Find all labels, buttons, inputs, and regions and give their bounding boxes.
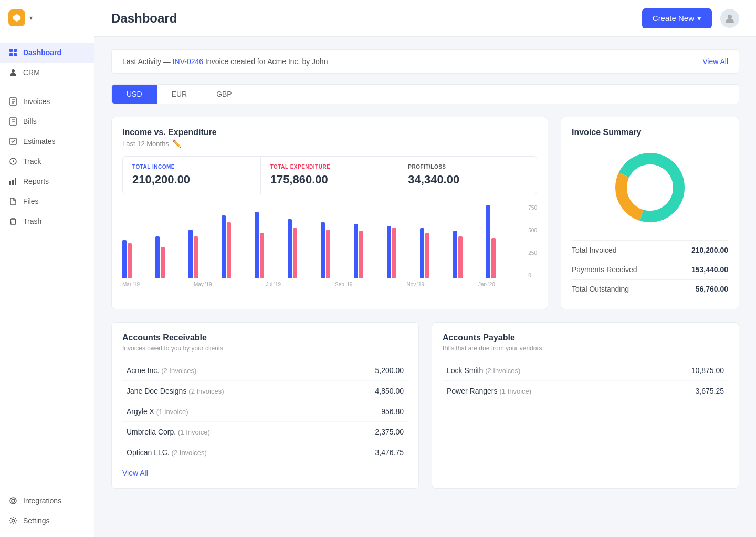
sidebar: ▾ Dashboard CRM Invoices Bills — [0, 0, 94, 537]
sidebar-item-reports[interactable]: Reports — [0, 171, 94, 191]
client-name: Acme Inc. — [127, 366, 159, 375]
total-invoiced-label: Total Invoiced — [572, 246, 617, 254]
sidebar-item-label: Invoices — [23, 97, 50, 106]
y-label-250: 250 — [528, 250, 537, 256]
bar-income — [486, 205, 490, 278]
bar-group — [420, 228, 450, 278]
bar-chart-wrapper: 750 500 250 0 Mar '19May '19Jul '19Sep '… — [122, 205, 537, 287]
income-expenditure-card: Income vs. Expenditure Last 12 Months ✏️… — [111, 117, 548, 309]
y-label-0: 0 — [528, 273, 537, 278]
sidebar-logo[interactable]: ▾ — [0, 0, 94, 36]
total-expenditure-metric: TOTAL EXPENDITURE 175,860.00 — [261, 157, 399, 194]
activity-view-all[interactable]: View All — [702, 57, 728, 66]
bar-expenditure — [260, 233, 264, 278]
profit-loss-label: PROFIT/LOSS — [408, 164, 527, 170]
svg-point-20 — [12, 520, 15, 522]
user-avatar[interactable] — [720, 9, 739, 28]
tab-usd[interactable]: USD — [112, 85, 157, 104]
svg-marker-0 — [13, 14, 20, 22]
currency-tabs: USD EUR GBP — [111, 84, 739, 104]
bar-income — [288, 219, 292, 278]
sidebar-item-track[interactable]: Track — [0, 151, 94, 171]
svg-rect-4 — [14, 53, 17, 56]
activity-text: Last Activity — INV-0246 Invoice created… — [122, 57, 328, 66]
bar-chart — [122, 205, 516, 278]
crm-icon — [8, 68, 18, 77]
svg-point-21 — [728, 15, 732, 19]
sidebar-item-label: Dashboard — [23, 48, 61, 57]
chart-x-label: Mar '19 — [122, 282, 140, 287]
edit-icon[interactable]: ✏️ — [172, 139, 181, 148]
sidebar-item-dashboard[interactable]: Dashboard — [0, 43, 94, 63]
bar-expenditure — [326, 230, 330, 278]
logo-chevron-icon: ▾ — [29, 14, 33, 22]
bar-group — [188, 230, 218, 278]
bar-expenditure — [227, 222, 231, 278]
tab-eur[interactable]: EUR — [157, 85, 202, 104]
svg-point-24 — [627, 164, 673, 211]
invoice-count: (2 Invoices) — [188, 387, 224, 395]
sidebar-item-crm[interactable]: CRM — [0, 63, 94, 82]
svg-point-5 — [12, 69, 15, 73]
trash-icon — [8, 216, 18, 226]
invoice-count: (1 Invoice) — [499, 387, 531, 395]
total-expenditure-value: 175,860.00 — [270, 173, 389, 187]
client-name: Umbrella Corp. — [127, 428, 176, 436]
bar-income — [453, 231, 457, 278]
activity-invoice-link[interactable]: INV-0246 — [173, 57, 203, 66]
invoice-summary-card: Invoice Summary Total Invoiced 210,200.0… — [561, 117, 739, 309]
bar-expenditure — [161, 247, 165, 278]
sidebar-item-files[interactable]: Files — [0, 191, 94, 211]
accounts-receivable-card: Accounts Receivable Invoices owed to you… — [111, 322, 419, 489]
amount: 3,675.25 — [640, 381, 728, 401]
topbar: Dashboard Create New ▾ — [94, 0, 756, 37]
sidebar-item-label: Estimates — [23, 137, 55, 146]
sidebar-item-integrations[interactable]: Integrations — [0, 491, 94, 511]
table-row: Lock Smith (2 Invoices)10,875.00 — [443, 360, 728, 381]
svg-rect-16 — [12, 180, 14, 185]
client-name: Argyle X — [127, 407, 154, 416]
invoices-icon — [8, 97, 18, 106]
bar-income — [420, 228, 424, 278]
bar-expenditure — [425, 233, 429, 278]
invoice-count: (2 Invoices) — [172, 449, 207, 457]
activity-bar: Last Activity — INV-0246 Invoice created… — [111, 49, 739, 74]
sidebar-item-label: Track — [23, 157, 41, 166]
amount: 3,476.75 — [334, 442, 408, 463]
bar-income — [188, 230, 193, 278]
files-icon — [8, 197, 18, 206]
bar-group — [486, 205, 516, 278]
dashboard-content: Last Activity — INV-0246 Invoice created… — [94, 37, 756, 537]
sidebar-item-trash[interactable]: Trash — [0, 211, 94, 231]
sidebar-item-invoices[interactable]: Invoices — [0, 91, 94, 111]
client-name: Jane Doe Designs — [127, 387, 186, 395]
bar-income — [122, 240, 127, 278]
invoice-stats: Total Invoiced 210,200.00 Payments Recei… — [572, 240, 728, 298]
sidebar-item-estimates[interactable]: Estimates — [0, 131, 94, 151]
reports-icon — [8, 177, 18, 186]
bar-group — [321, 222, 351, 278]
sidebar-item-settings[interactable]: Settings — [0, 511, 94, 531]
bar-group — [255, 212, 285, 278]
bar-expenditure — [359, 231, 363, 278]
svg-rect-2 — [14, 49, 17, 52]
bar-expenditure — [491, 238, 496, 278]
table-row: Optican LLC. (2 Invoices)3,476.75 — [122, 442, 408, 463]
receivable-view-all[interactable]: View All — [122, 469, 148, 477]
dashboard-icon — [8, 48, 18, 57]
sidebar-item-bills[interactable]: Bills — [0, 111, 94, 131]
donut-chart — [608, 146, 692, 230]
settings-icon — [8, 516, 18, 525]
total-income-label: TOTAL INCOME — [132, 164, 251, 170]
sidebar-bottom: Integrations Settings — [0, 484, 94, 537]
bar-income — [222, 215, 226, 278]
create-new-button[interactable]: Create New ▾ — [642, 8, 712, 28]
sidebar-nav: Dashboard CRM Invoices Bills Estimates — [0, 36, 94, 484]
payments-received-value: 153,440.00 — [691, 265, 728, 274]
chart-x-label: Sep '19 — [335, 282, 353, 287]
bar-expenditure — [392, 228, 396, 278]
tab-gbp[interactable]: GBP — [202, 85, 247, 104]
bar-income — [255, 212, 259, 278]
total-outstanding-value: 56,760.00 — [696, 285, 728, 293]
client-name: Optican LLC. — [127, 448, 170, 457]
